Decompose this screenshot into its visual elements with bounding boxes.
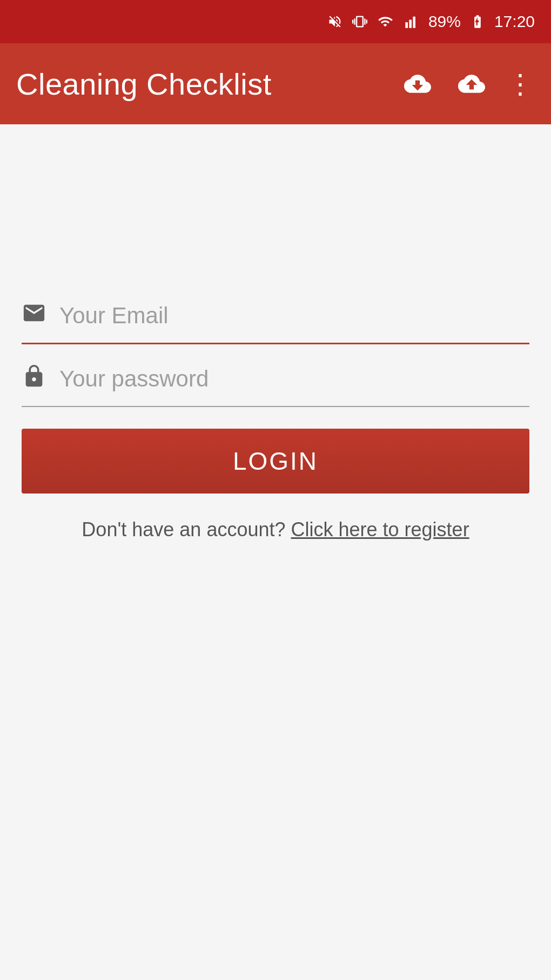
register-prompt: Don't have an account? Click here to reg… <box>22 515 529 544</box>
more-options-button[interactable]: ⋮ <box>507 70 535 97</box>
register-prompt-text: Don't have an account? <box>82 518 285 541</box>
email-input-group <box>22 297 529 344</box>
status-bar: 89% 17:20 <box>0 0 551 43</box>
vibrate-icon <box>352 14 368 29</box>
cloud-download-icon <box>401 70 434 97</box>
app-title: Cleaning Checklist <box>16 66 388 102</box>
battery-icon <box>468 14 487 29</box>
cloud-upload-icon <box>455 70 488 97</box>
register-link[interactable]: Click here to register <box>291 518 469 541</box>
email-input[interactable] <box>59 297 529 334</box>
mute-icon <box>326 14 344 29</box>
password-input[interactable] <box>59 361 529 397</box>
cloud-upload-button[interactable] <box>453 65 490 103</box>
wifi-icon <box>375 14 395 29</box>
app-bar-actions: ⋮ <box>399 65 535 103</box>
login-button[interactable]: LOGIN <box>22 429 529 494</box>
lock-icon <box>22 364 46 395</box>
login-form: LOGIN Don't have an account? Click here … <box>22 297 529 544</box>
password-input-group <box>22 361 529 407</box>
email-icon <box>22 301 46 331</box>
status-icons: 89% 17:20 <box>326 12 535 31</box>
cloud-download-button[interactable] <box>399 65 436 103</box>
app-bar: Cleaning Checklist ⋮ <box>0 43 551 124</box>
time: 17:20 <box>494 12 535 31</box>
signal-icon <box>402 14 421 29</box>
main-content: LOGIN Don't have an account? Click here … <box>0 124 551 980</box>
battery-percent: 89% <box>428 12 461 31</box>
